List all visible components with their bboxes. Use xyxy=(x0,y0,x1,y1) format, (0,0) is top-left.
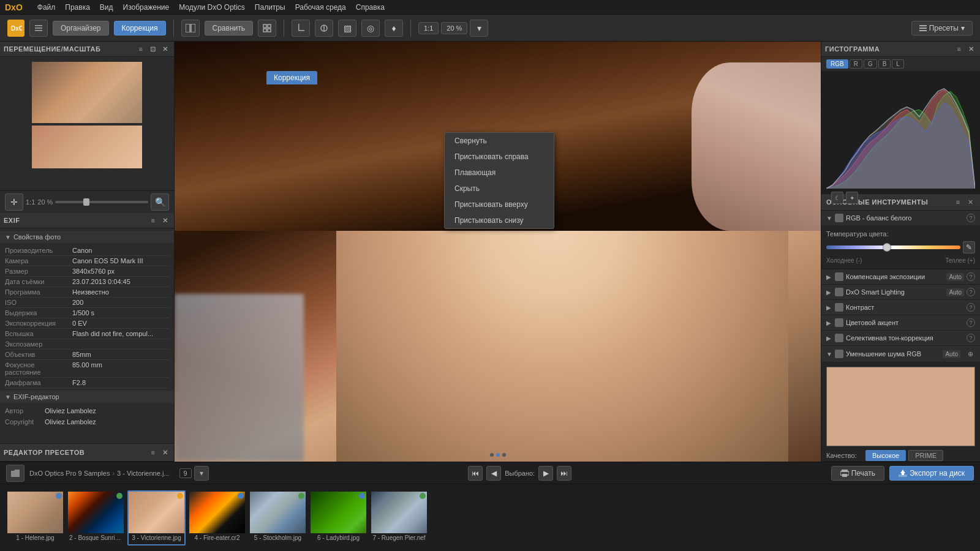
tool-noise-header[interactable]: ▼ Уменьшение шума RGB Auto ⊕ xyxy=(821,346,980,362)
nav-panel-close-icon[interactable]: ✕ xyxy=(160,44,170,54)
play-btn[interactable]: ▶ xyxy=(538,466,553,481)
filter-count-btn[interactable]: 9 xyxy=(179,468,192,478)
tool-selective-tone-header[interactable]: ▶ Селективная тон-коррекция ? xyxy=(821,331,980,345)
tool-contrast-help-icon[interactable]: ? xyxy=(967,303,975,312)
menu-palettes[interactable]: Палитры xyxy=(255,3,285,12)
film-item-6[interactable]: 6 - Ladybird.jpg xyxy=(309,490,368,545)
film-item-3[interactable]: 3 - Victorienne.jpg xyxy=(127,490,186,545)
tool-rgb-header[interactable]: ▼ RGB - баланс белого ? xyxy=(821,211,980,225)
channel-rgb[interactable]: RGB xyxy=(826,59,848,69)
film-item-1[interactable]: 1 - Helene.jpg xyxy=(6,490,64,545)
tool-noise-target-icon[interactable]: ⊕ xyxy=(965,349,975,359)
zoom-dropdown-btn[interactable]: ▾ xyxy=(470,20,488,37)
nav-thumb-secondary[interactable] xyxy=(32,126,142,168)
correction-tab-label[interactable]: Коррекция xyxy=(266,71,317,84)
nav-zoom-thumb[interactable] xyxy=(83,198,89,206)
presets-panel-menu-icon[interactable]: ≡ xyxy=(148,448,158,457)
print-btn[interactable]: Печать xyxy=(831,466,884,481)
menu-edit[interactable]: Правка xyxy=(65,3,90,12)
tool-contrast-header[interactable]: ▶ Контраст ? xyxy=(821,300,980,315)
dot-2 xyxy=(496,453,500,457)
histogram-close-icon[interactable]: ✕ xyxy=(967,44,976,54)
dropdown-dock-top[interactable]: Пристыковать вверху xyxy=(445,197,554,212)
quality-high-btn[interactable]: Высокое xyxy=(865,450,906,461)
quality-prime-btn[interactable]: PRIME xyxy=(908,450,943,461)
channel-g[interactable]: G xyxy=(864,59,877,69)
color-temp-slider[interactable] xyxy=(826,242,960,252)
menu-modules[interactable]: Модули DxO Optics xyxy=(179,3,245,12)
menu-workspace[interactable]: Рабочая среда xyxy=(295,3,346,12)
film-item-7[interactable]: 7 - Ruegen Pier.nef xyxy=(370,490,428,545)
dropdown-hide[interactable]: Скрыть xyxy=(445,181,554,197)
temp-handle[interactable] xyxy=(883,243,891,252)
tool-rgb-help-icon[interactable]: ? xyxy=(967,214,975,222)
exif-properties-section[interactable]: ▼ Свойства фото xyxy=(0,231,174,243)
skip-first-btn[interactable]: ⏮ xyxy=(468,466,483,481)
filter-btn[interactable]: ▾ xyxy=(194,466,209,481)
zoom-1to1-btn[interactable]: 1:1 xyxy=(418,22,439,34)
export-btn[interactable]: Экспорт на диск xyxy=(889,466,974,481)
hist-moon-icon[interactable]: ☾ xyxy=(831,192,843,204)
compare-btn[interactable] xyxy=(181,20,200,37)
tool-exposure-help-icon[interactable]: ? xyxy=(967,272,975,281)
correct-mode-btn[interactable]: Коррекция xyxy=(114,21,166,36)
menu-view[interactable]: Вид xyxy=(100,3,113,12)
histogram-menu-icon[interactable]: ≡ xyxy=(954,44,964,54)
retouch-btn[interactable] xyxy=(315,20,333,37)
zoom-percent-btn[interactable]: 20 % xyxy=(441,22,467,34)
tool-tone-help-icon[interactable]: ? xyxy=(967,334,975,342)
menu-image[interactable]: Изображение xyxy=(123,3,170,12)
compare-label[interactable]: Сравнить xyxy=(205,21,253,36)
prev-btn[interactable]: ◀ xyxy=(486,466,501,481)
grid-view-btn[interactable] xyxy=(258,20,276,37)
menu-help[interactable]: Справка xyxy=(356,3,385,12)
tool-exposure-header[interactable]: ▶ Компенсация экспозиции Auto ? xyxy=(821,269,980,284)
nav-thumb-main[interactable] xyxy=(32,62,142,123)
organize-mode-btn[interactable]: Органайзер xyxy=(53,21,109,36)
nav-panel-menu-icon[interactable]: ≡ xyxy=(136,44,146,54)
exif-panel-menu-icon[interactable]: ≡ xyxy=(148,216,158,225)
film-item-4[interactable]: 4 - Fire-eater.cr2 xyxy=(188,490,246,545)
photo-canvas[interactable] xyxy=(175,42,821,462)
tool-exposure-checkbox[interactable] xyxy=(835,272,843,281)
dropdown-dock-bottom[interactable]: Пристыковать снизу xyxy=(445,212,554,228)
tool-noise-checkbox[interactable] xyxy=(835,350,843,358)
eyedropper-tool[interactable]: ♦ xyxy=(385,20,403,37)
white-balance-eyedropper[interactable]: ✎ xyxy=(963,241,975,253)
tool-smart-help-icon[interactable]: ? xyxy=(967,288,975,296)
dropdown-floating[interactable]: Плавающая xyxy=(445,165,554,181)
dropdown-dock-right[interactable]: Пристыковать справа xyxy=(445,149,554,165)
grid-menu-btn[interactable] xyxy=(29,20,48,37)
film-item-5[interactable]: 5 - Stockholm.jpg xyxy=(249,490,307,545)
tool-rgb-name: RGB - баланс белого xyxy=(846,214,964,222)
tool-rgb-checkbox[interactable] xyxy=(835,214,843,222)
exif-panel-close-icon[interactable]: ✕ xyxy=(160,216,170,225)
channel-b[interactable]: B xyxy=(878,59,891,69)
nav-zoom-slider[interactable] xyxy=(55,201,148,203)
tool-smart-checkbox[interactable] xyxy=(835,288,843,296)
dropdown-collapse[interactable]: Свернуть xyxy=(445,133,554,149)
tool-smart-lighting-header[interactable]: ▶ DxO Smart Lighting Auto ? xyxy=(821,285,980,299)
exif-row-flash: Вспышка Flash did not fire, compul... xyxy=(5,329,169,339)
crop-btn[interactable] xyxy=(292,20,310,37)
horizon-btn[interactable]: ▧ xyxy=(338,20,356,37)
presets-panel-close-icon[interactable]: ✕ xyxy=(160,448,170,457)
tool-accent-help-icon[interactable]: ? xyxy=(967,318,975,327)
nav-crosshair-btn[interactable]: ✛ xyxy=(5,193,23,211)
presets-btn[interactable]: Пресеты ▾ xyxy=(911,21,973,36)
tool-accent-checkbox[interactable] xyxy=(835,318,843,327)
nav-search-btn[interactable]: 🔍 xyxy=(151,193,169,211)
nav-panel-tab-icon[interactable]: ⊡ xyxy=(148,44,158,54)
tool-tone-checkbox[interactable] xyxy=(835,334,843,342)
channel-l[interactable]: L xyxy=(892,59,904,69)
skip-last-btn[interactable]: ⏭ xyxy=(557,466,571,481)
channel-r[interactable]: R xyxy=(850,59,862,69)
menu-file[interactable]: Файл xyxy=(37,3,56,12)
film-item-2[interactable]: 2 - Bosque Sunrise.nef xyxy=(67,490,125,545)
hist-sun-icon[interactable]: ✦ xyxy=(846,192,858,204)
tool-color-accent-header[interactable]: ▶ Цветовой акцент ? xyxy=(821,315,980,330)
exif-editor-section[interactable]: ▼ EXIF-редактор xyxy=(0,391,174,403)
quality-label: Качество: xyxy=(826,452,863,459)
tool-contrast-checkbox[interactable] xyxy=(835,303,843,312)
select-tool[interactable]: ◎ xyxy=(361,20,380,37)
